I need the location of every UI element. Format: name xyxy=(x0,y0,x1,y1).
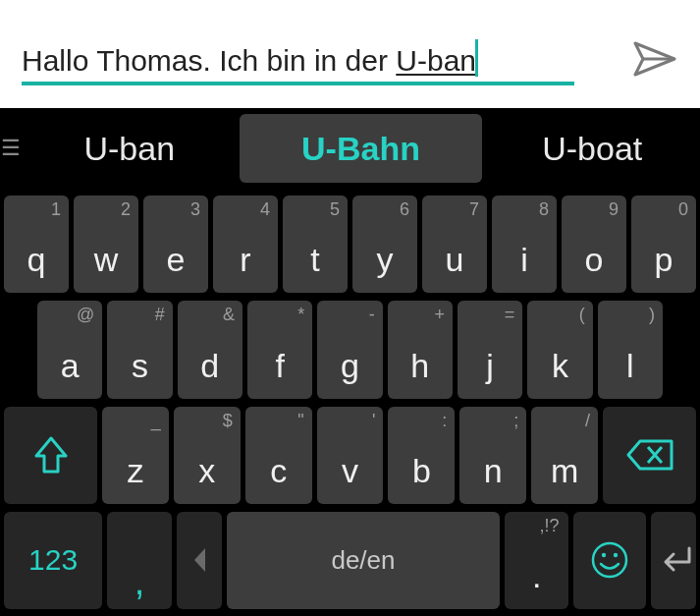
key-m[interactable]: /m xyxy=(531,407,598,504)
key-row-4: 123 , de/en ,!?. xyxy=(2,508,698,613)
key-c[interactable]: "c xyxy=(245,407,312,504)
key-main: p xyxy=(655,241,673,279)
key-main: r xyxy=(240,241,250,279)
send-button[interactable] xyxy=(633,36,678,82)
key-main: o xyxy=(585,241,604,279)
key-sec: 4 xyxy=(260,199,270,220)
key-l[interactable]: )l xyxy=(598,301,663,398)
key-v[interactable]: 'v xyxy=(317,407,384,504)
key-main: f xyxy=(275,347,284,385)
key-sec: ( xyxy=(579,305,585,325)
key-e[interactable]: 3e xyxy=(143,196,208,293)
menu-handle-icon[interactable]: ☰ xyxy=(0,112,22,185)
suggestion-left[interactable]: U-ban xyxy=(24,114,236,183)
suggestion-center[interactable]: U-Bahn xyxy=(240,114,483,183)
key-u[interactable]: 7u xyxy=(422,196,487,293)
enter-icon xyxy=(654,544,693,576)
key-main: s xyxy=(132,347,148,385)
key-comma[interactable]: , xyxy=(107,512,172,609)
key-sec: $ xyxy=(223,411,233,431)
key-main: g xyxy=(341,347,359,385)
key-row-1: 1q 2w 3e 4r 5t 6y 7u 8i 9o 0p xyxy=(2,192,698,297)
text-input-area: Hallo Thomas. Ich bin in der U-ban xyxy=(0,0,700,108)
key-b[interactable]: :b xyxy=(388,407,455,504)
key-o[interactable]: 9o xyxy=(562,196,626,293)
backspace-icon xyxy=(626,439,673,471)
key-sec: 8 xyxy=(539,199,549,220)
key-symbols[interactable]: 123 xyxy=(4,512,102,609)
key-q[interactable]: 1q xyxy=(4,196,69,293)
text-input[interactable]: Hallo Thomas. Ich bin in der U-ban xyxy=(22,33,574,85)
key-main: w xyxy=(94,241,119,279)
key-sec: * xyxy=(297,305,304,325)
key-k[interactable]: (k xyxy=(527,301,592,398)
key-main: 123 xyxy=(28,543,78,577)
key-d[interactable]: &d xyxy=(178,301,242,398)
key-sec: 0 xyxy=(678,199,688,220)
key-main: m xyxy=(551,452,578,490)
key-row-3: _z $x "c 'v :b ;n /m xyxy=(2,403,698,508)
svg-point-3 xyxy=(614,553,618,557)
key-sec: - xyxy=(369,305,375,325)
key-i[interactable]: 8i xyxy=(492,196,557,293)
key-emoji[interactable] xyxy=(573,512,645,609)
key-z[interactable]: _z xyxy=(102,407,169,504)
key-sec: / xyxy=(585,411,590,431)
key-main: c xyxy=(270,452,287,490)
key-w[interactable]: 2w xyxy=(74,196,138,293)
key-sec: = xyxy=(505,305,515,325)
keyboard: 1q 2w 3e 4r 5t 6y 7u 8i 9o 0p @a #s &d *… xyxy=(0,189,700,616)
key-sec: @ xyxy=(77,305,94,325)
key-r[interactable]: 4r xyxy=(213,196,278,293)
key-period[interactable]: ,!?. xyxy=(505,512,569,609)
key-sec: ; xyxy=(513,411,518,431)
key-enter[interactable] xyxy=(651,512,696,609)
key-f[interactable]: *f xyxy=(247,301,312,398)
key-j[interactable]: =j xyxy=(458,301,522,398)
key-backspace[interactable] xyxy=(603,407,696,504)
key-main: . xyxy=(532,557,541,595)
key-s[interactable]: #s xyxy=(107,301,172,398)
key-main: q xyxy=(27,241,46,279)
key-n[interactable]: ;n xyxy=(459,407,526,504)
chevron-left-icon xyxy=(191,546,207,574)
key-main: d xyxy=(200,347,219,385)
key-sec: 6 xyxy=(400,199,409,220)
key-sec: ' xyxy=(372,411,375,431)
key-x[interactable]: $x xyxy=(174,407,241,504)
suggestion-right[interactable]: U-boat xyxy=(486,114,698,183)
input-text-composing: U-ban xyxy=(396,44,476,77)
key-a[interactable]: @a xyxy=(37,301,102,398)
key-main: z xyxy=(127,452,143,490)
key-sec: 2 xyxy=(121,199,131,220)
key-sec: 5 xyxy=(330,199,340,220)
space-label: de/en xyxy=(331,545,395,576)
key-p[interactable]: 0p xyxy=(631,196,696,293)
key-main: i xyxy=(520,241,528,279)
key-space[interactable]: de/en xyxy=(227,512,500,609)
caret-icon xyxy=(475,39,478,77)
key-main: l xyxy=(626,347,634,385)
key-sec: : xyxy=(442,411,447,431)
key-shift[interactable] xyxy=(4,407,97,504)
key-cursor-left[interactable] xyxy=(177,512,222,609)
key-y[interactable]: 6y xyxy=(352,196,417,293)
key-t[interactable]: 5t xyxy=(283,196,348,293)
svg-point-2 xyxy=(602,553,606,557)
key-sec: 9 xyxy=(609,199,619,220)
key-sec: 1 xyxy=(51,199,61,220)
suggestion-strip: ☰ U-ban U-Bahn U-boat xyxy=(0,108,700,189)
key-main: a xyxy=(61,347,80,385)
key-main: u xyxy=(446,241,464,279)
send-icon xyxy=(633,39,678,79)
key-sec: ) xyxy=(649,305,655,325)
key-main: n xyxy=(484,452,503,490)
key-h[interactable]: +h xyxy=(388,301,453,398)
key-main: h xyxy=(410,347,429,385)
emoji-icon xyxy=(590,540,629,580)
key-main: x xyxy=(198,452,215,490)
svg-point-1 xyxy=(593,543,626,577)
key-sec: " xyxy=(297,411,303,431)
key-main: v xyxy=(342,452,358,490)
key-g[interactable]: -g xyxy=(317,301,382,398)
